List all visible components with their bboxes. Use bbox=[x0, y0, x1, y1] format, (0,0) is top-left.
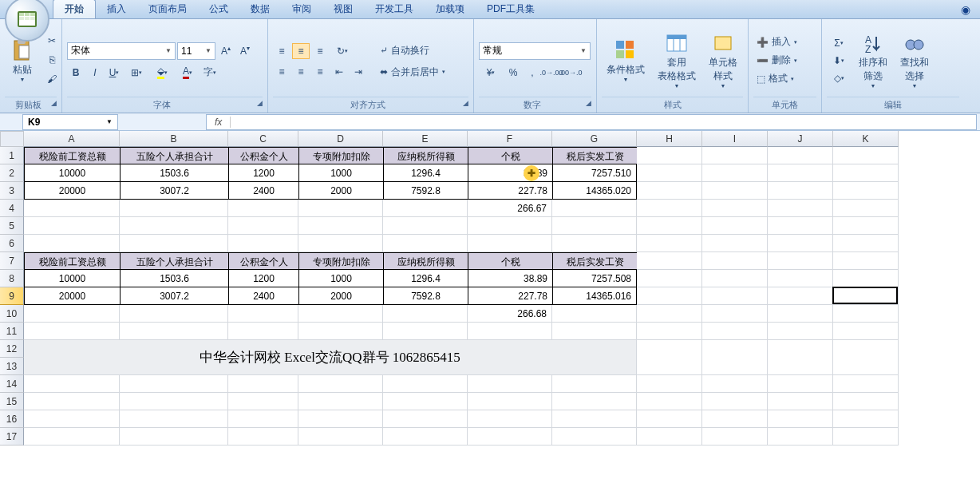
tab-layout[interactable]: 页面布局 bbox=[137, 0, 198, 18]
cell-F9[interactable]: 227.78 bbox=[468, 287, 552, 305]
cell-G17[interactable] bbox=[552, 428, 637, 446]
cell-K5[interactable] bbox=[833, 217, 899, 235]
cell-C1[interactable]: 公积金个人 bbox=[228, 147, 298, 164]
orientation-button[interactable]: ↻▾ bbox=[330, 43, 354, 59]
cell-K11[interactable] bbox=[833, 323, 899, 340]
decrease-decimal-button[interactable]: .00→.0 bbox=[562, 65, 579, 81]
format-painter-button[interactable]: 🖌 bbox=[43, 71, 61, 87]
cell-F16[interactable] bbox=[468, 410, 552, 428]
cell-K12[interactable] bbox=[833, 340, 899, 375]
decrease-indent-button[interactable]: ⇤ bbox=[330, 64, 348, 80]
cell-I6[interactable] bbox=[702, 235, 768, 252]
cell-C16[interactable] bbox=[228, 410, 298, 428]
cell-H7[interactable] bbox=[637, 252, 702, 270]
italic-button[interactable]: I bbox=[86, 65, 104, 81]
col-header-C[interactable]: C bbox=[228, 131, 298, 147]
cell-G8[interactable]: 7257.508 bbox=[552, 270, 637, 287]
cell-E2[interactable]: 1296.4 bbox=[383, 164, 468, 182]
cell-H1[interactable] bbox=[637, 147, 702, 164]
cell-A11[interactable] bbox=[24, 323, 120, 340]
cell-I9[interactable] bbox=[702, 287, 768, 305]
cell-K14[interactable] bbox=[833, 375, 899, 393]
cell-J12[interactable] bbox=[768, 340, 833, 375]
cell-J1[interactable] bbox=[768, 147, 833, 164]
row-header-15[interactable]: 15 bbox=[0, 393, 24, 410]
merge-center-button[interactable]: ⬌合并后居中▾ bbox=[377, 64, 449, 81]
font-size-combo[interactable]: 11▼ bbox=[177, 42, 215, 60]
cell-E4[interactable] bbox=[383, 200, 468, 217]
cell-H3[interactable] bbox=[637, 182, 702, 200]
fill-color-button[interactable]: ⬙▾ bbox=[150, 65, 174, 81]
row-header-7[interactable]: 7 bbox=[0, 252, 24, 270]
select-all-corner[interactable] bbox=[0, 131, 24, 147]
format-as-table-button[interactable]: 套用 表格格式▼ bbox=[653, 22, 701, 97]
cell-E5[interactable] bbox=[383, 217, 468, 235]
cell-J4[interactable] bbox=[768, 200, 833, 217]
name-box[interactable]: K9▼ bbox=[22, 114, 118, 130]
cell-J14[interactable] bbox=[768, 375, 833, 393]
cell-D16[interactable] bbox=[298, 410, 383, 428]
cell-K1[interactable] bbox=[833, 147, 899, 164]
cell-F7[interactable]: 个税 bbox=[468, 252, 552, 270]
col-header-J[interactable]: J bbox=[768, 131, 833, 147]
cell-G14[interactable] bbox=[552, 375, 637, 393]
cell-F11[interactable] bbox=[468, 323, 552, 340]
cell-F5[interactable] bbox=[468, 217, 552, 235]
cell-B4[interactable] bbox=[120, 200, 228, 217]
cell-H16[interactable] bbox=[637, 410, 702, 428]
row-header-6[interactable]: 6 bbox=[0, 235, 24, 252]
insert-cells-button[interactable]: ➕插入▾ bbox=[753, 34, 816, 50]
cell-B10[interactable] bbox=[120, 305, 228, 323]
cell-A3[interactable]: 20000 bbox=[24, 182, 120, 200]
cell-E7[interactable]: 应纳税所得额 bbox=[383, 252, 468, 270]
cell-E14[interactable] bbox=[383, 375, 468, 393]
shrink-font-button[interactable]: A▾ bbox=[236, 43, 254, 59]
grow-font-button[interactable]: A▴ bbox=[217, 43, 235, 59]
cell-D15[interactable] bbox=[298, 393, 383, 410]
cell-F10[interactable]: 266.68 bbox=[468, 305, 552, 323]
cell-E8[interactable]: 1296.4 bbox=[383, 270, 468, 287]
cell-D3[interactable]: 2000 bbox=[298, 182, 383, 200]
cell-E9[interactable]: 7592.8 bbox=[383, 287, 468, 305]
cell-D14[interactable] bbox=[298, 375, 383, 393]
cell-A4[interactable] bbox=[24, 200, 120, 217]
cell-B17[interactable] bbox=[120, 428, 228, 446]
cut-button[interactable]: ✂ bbox=[43, 33, 61, 49]
cell-K17[interactable] bbox=[833, 428, 899, 446]
row-header-12[interactable]: 12 bbox=[0, 340, 24, 358]
row-header-2[interactable]: 2 bbox=[0, 164, 24, 182]
help-icon[interactable]: ◉ bbox=[961, 3, 970, 16]
cell-G3[interactable]: 14365.020 bbox=[552, 182, 637, 200]
cell-J3[interactable] bbox=[768, 182, 833, 200]
row-header-4[interactable]: 4 bbox=[0, 200, 24, 217]
font-color-button[interactable]: A▾ bbox=[176, 65, 200, 81]
row-header-5[interactable]: 5 bbox=[0, 217, 24, 235]
cell-G5[interactable] bbox=[552, 217, 637, 235]
cell-I17[interactable] bbox=[702, 428, 768, 446]
cell-G2[interactable]: 7257.510 bbox=[552, 164, 637, 182]
cell-I14[interactable] bbox=[702, 375, 768, 393]
cell-D5[interactable] bbox=[298, 217, 383, 235]
cell-G15[interactable] bbox=[552, 393, 637, 410]
cell-K2[interactable] bbox=[833, 164, 899, 182]
cell-F4[interactable]: 266.67 bbox=[468, 200, 552, 217]
cell-B15[interactable] bbox=[120, 393, 228, 410]
cell-C6[interactable] bbox=[228, 235, 298, 252]
cell-A2[interactable]: 10000 bbox=[24, 164, 120, 182]
cell-I5[interactable] bbox=[702, 217, 768, 235]
number-launcher[interactable]: ◢ bbox=[586, 99, 591, 107]
cell-B6[interactable] bbox=[120, 235, 228, 252]
cell-G16[interactable] bbox=[552, 410, 637, 428]
cell-D17[interactable] bbox=[298, 428, 383, 446]
cell-E1[interactable]: 应纳税所得额 bbox=[383, 147, 468, 164]
cell-I11[interactable] bbox=[702, 323, 768, 340]
cell-D10[interactable] bbox=[298, 305, 383, 323]
cell-A16[interactable] bbox=[24, 410, 120, 428]
cell-F6[interactable] bbox=[468, 235, 552, 252]
cell-K9[interactable] bbox=[833, 287, 899, 305]
cell-G11[interactable] bbox=[552, 323, 637, 340]
cell-K6[interactable] bbox=[833, 235, 899, 252]
phonetic-button[interactable]: 字▾ bbox=[201, 65, 219, 81]
cell-E3[interactable]: 7592.8 bbox=[383, 182, 468, 200]
cell-F3[interactable]: 227.78 bbox=[468, 182, 552, 200]
